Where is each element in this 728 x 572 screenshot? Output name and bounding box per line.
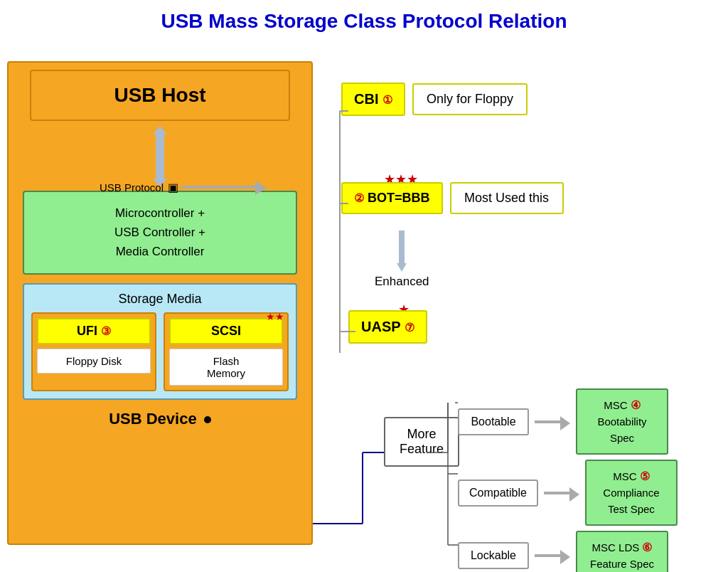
page-title: USB Mass Storage Class Protocol Relation (0, 0, 728, 40)
enhanced-arrow-area: Enhanced (375, 231, 429, 289)
usb-device-label: USB Device (16, 410, 304, 428)
cbi-num: ① (382, 93, 392, 107)
scsi-sub: FlashMemory (169, 349, 283, 386)
micro-box: Microcontroller +USB Controller +Media C… (23, 191, 297, 275)
svg-rect-5 (399, 231, 405, 266)
usb-connector-icon: ▣ (168, 181, 178, 194)
uasp-row: UASP ⑦ (348, 310, 427, 344)
lockable-label: Lockable (458, 542, 529, 569)
h-arrow-icon (181, 179, 267, 196)
scsi-stars-icon: ★★ (266, 311, 284, 322)
storage-items: UFI ③ Floppy Disk ★★ SCSI FlashMemory (31, 312, 289, 391)
uasp-num: ⑦ (405, 321, 414, 334)
usb-device-dot (204, 416, 211, 423)
bot-row: ② BOT=BBB Most Used this (341, 182, 564, 214)
msc4-box: MSC ④BootabilitySpec (576, 388, 668, 455)
bot-desc-box: Most Used this (450, 182, 564, 214)
protocol-label: USB Protocol (100, 181, 164, 194)
vert-arrow-container (16, 128, 304, 185)
bootable-label: Bootable (458, 408, 529, 435)
micro-label: Microcontroller +USB Controller +Media C… (114, 206, 205, 258)
uasp-box: UASP ⑦ (348, 310, 427, 344)
storage-area: Storage Media UFI ③ Floppy Disk ★★ SCSI (23, 283, 297, 400)
lockable-arrow-icon (535, 549, 570, 563)
device-outer-box: USB Host Microcontroller +USB Con (7, 61, 313, 545)
compatible-row: Compatible MSC ⑤ComplianceTest Spec (458, 460, 678, 526)
scsi-item: ★★ SCSI FlashMemory (164, 312, 289, 391)
cbi-row: CBI ① Only for Floppy (341, 83, 528, 116)
more-feature-box: MoreFeature (384, 417, 459, 467)
cbi-box: CBI ① (341, 83, 405, 116)
bootable-row: Bootable MSC ④BootabilitySpec (458, 388, 668, 455)
bootable-arrow-icon (535, 415, 570, 429)
storage-area-label: Storage Media (31, 292, 289, 307)
usb-host-label: USB Host (114, 84, 205, 106)
ufi-sub: Floppy Disk (37, 349, 151, 374)
bot-box: ② BOT=BBB (341, 182, 443, 214)
usb-host-box: USB Host (30, 70, 290, 121)
svg-rect-2 (156, 132, 164, 181)
ufi-item: UFI ③ Floppy Disk (31, 312, 156, 391)
cbi-desc-box: Only for Floppy (412, 83, 528, 115)
lockable-row: Lockable MSC LDS ⑥Feature Spec (458, 531, 668, 572)
compatible-arrow-icon (544, 486, 579, 500)
bot-num: ② (354, 191, 364, 205)
svg-marker-3 (153, 126, 167, 134)
enhanced-arrow-icon (391, 231, 412, 273)
enhanced-label: Enhanced (375, 275, 429, 289)
svg-marker-6 (397, 263, 407, 272)
compatible-label: Compatible (458, 480, 538, 507)
ufi-title: UFI ③ (37, 318, 151, 344)
ufi-num: ③ (101, 324, 111, 338)
usb-protocol-area: USB Protocol ▣ (100, 179, 267, 196)
msc6-box: MSC LDS ⑥Feature Spec (576, 531, 668, 572)
msc5-box: MSC ⑤ComplianceTest Spec (585, 460, 678, 526)
main-container: USB Host Microcontroller +USB Con (0, 40, 728, 572)
